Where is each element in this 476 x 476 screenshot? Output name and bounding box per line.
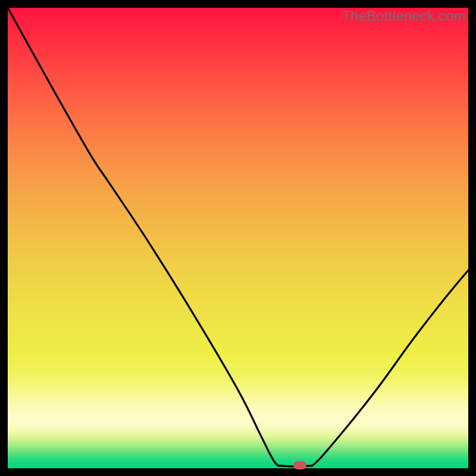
plot-area xyxy=(8,8,468,468)
watermark-text: TheBottleneck.com xyxy=(342,8,466,24)
optimal-marker xyxy=(293,461,306,469)
gradient-row xyxy=(8,468,468,468)
chart-frame: TheBottleneck.com xyxy=(8,8,468,468)
